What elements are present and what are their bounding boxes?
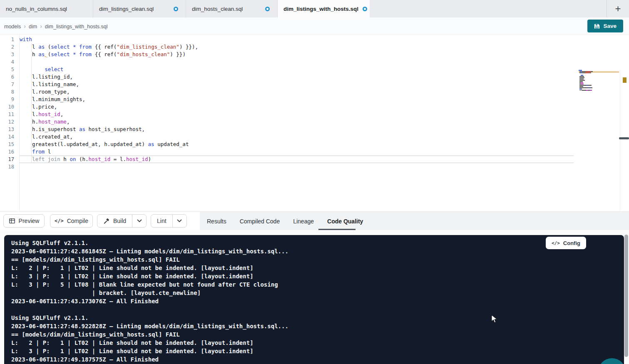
minimap-segment	[590, 72, 591, 73]
plus-icon: +	[615, 3, 621, 15]
code-token: h	[20, 51, 38, 57]
code-line[interactable]: l.room_type,	[20, 88, 579, 96]
code-line[interactable]: l.created_at,	[20, 133, 579, 141]
minimap-row	[579, 87, 609, 88]
code-token: l.	[20, 111, 38, 117]
line-number: 1	[0, 36, 19, 43]
compile-button[interactable]: </> Compile	[50, 214, 93, 228]
code-line[interactable]: l.listing_id,	[20, 73, 579, 81]
unsaved-changes-dot-icon	[363, 7, 367, 11]
minimap-segment	[579, 70, 582, 71]
minimap-row	[579, 76, 609, 77]
minimap-segment	[581, 89, 582, 89]
breadcrumb-bar: models›dim›dim_listings_with_hosts.sql S…	[0, 17, 629, 35]
lint-output-log: Using SQLFluff v2.1.1. 2023-06-06T11:27:…	[4, 235, 624, 364]
file-tab-bar: no_nulls_in_columns.sqldim_listings_clea…	[0, 0, 629, 17]
code-token: as	[38, 51, 45, 57]
minimap-segment	[581, 84, 584, 84]
minimap[interactable]	[579, 70, 609, 95]
code-line[interactable]	[20, 163, 579, 171]
code-token	[70, 51, 73, 57]
code-line[interactable]: with	[20, 36, 579, 43]
file-tab-label: dim_listings_with_hosts.sql	[283, 6, 358, 12]
code-line[interactable]: l.price,	[20, 103, 579, 111]
file-tab-dim_listings_with_hosts.sql[interactable]: dim_listings_with_hosts.sql	[278, 0, 370, 17]
code-line[interactable]: l.host_id,	[20, 111, 579, 118]
code-token	[76, 44, 80, 50]
line-number: 18	[0, 163, 19, 171]
code-token: "dim_hosts_clean"	[117, 51, 170, 57]
new-tab-button[interactable]: +	[607, 0, 629, 17]
file-tab-dim_listings_clean.sql[interactable]: dim_listings_clean.sql	[93, 0, 186, 17]
file-tab-dim_hosts_clean.sql[interactable]: dim_hosts_clean.sql	[186, 0, 278, 17]
code-token: l.listing_name,	[20, 81, 79, 87]
lint-config-button[interactable]: </> Config	[546, 237, 586, 249]
build-split-button: Build	[97, 214, 147, 228]
result-tab-lineage[interactable]: Lineage	[293, 218, 314, 225]
code-token: h.	[20, 119, 38, 125]
code-line[interactable]: l.listing_name,	[20, 81, 579, 88]
code-line[interactable]: l.minimum_nights,	[20, 96, 579, 103]
line-number: 7	[0, 81, 19, 88]
code-area[interactable]: with l as (select * from {{ ref("dim_lis…	[20, 35, 579, 171]
code-token: updated_at	[154, 141, 189, 147]
code-token	[20, 149, 32, 155]
code-line[interactable]: h.is_superhost as host_is_superhost,	[20, 126, 579, 133]
save-button[interactable]: Save	[587, 20, 623, 32]
code-token: l.minimum_nights,	[20, 96, 85, 102]
breadcrumb-item[interactable]: models	[4, 24, 21, 30]
build-dropdown-toggle[interactable]	[132, 215, 146, 227]
preview-button[interactable]: Preview	[3, 214, 45, 228]
code-token: host_id	[126, 156, 148, 162]
terminal-scrollbar-thumb[interactable]	[624, 235, 628, 357]
minimap-segment	[581, 75, 583, 76]
code-line[interactable]: from l	[20, 148, 579, 156]
code-token: from	[79, 44, 92, 50]
code-token: *	[73, 51, 76, 57]
file-tab-no_nulls_in_columns.sql[interactable]: no_nulls_in_columns.sql	[0, 0, 93, 17]
code-token: ,	[60, 111, 64, 117]
line-number: 17	[0, 156, 19, 163]
lint-warning-marker[interactable]	[623, 77, 627, 83]
code-token: )	[148, 156, 152, 162]
code-line[interactable]	[20, 58, 579, 66]
editor-scrollbar-thumb[interactable]	[619, 137, 629, 139]
result-tab-code-quality[interactable]: Code Quality	[327, 218, 363, 225]
line-number: 3	[0, 51, 19, 58]
code-line[interactable]: left join h on (h.host_id = l.host_id)	[20, 156, 579, 163]
breadcrumb-item[interactable]: dim	[29, 24, 37, 30]
action-toolbar: Preview </> Compile Build	[0, 211, 629, 230]
result-tab-results[interactable]: Results	[207, 218, 226, 225]
minimap-row	[579, 80, 609, 81]
file-tab-label: dim_listings_clean.sql	[99, 6, 154, 12]
code-line[interactable]: h.host_name,	[20, 118, 579, 126]
chevron-right-icon: ›	[40, 23, 42, 30]
code-token: host_is_superhost,	[85, 126, 145, 132]
floppy-disk-icon	[594, 23, 600, 29]
code-token: select	[51, 44, 70, 50]
code-line[interactable]: greatest(l.updated_at, h.updated_at) as …	[20, 141, 579, 148]
build-button[interactable]: Build	[97, 215, 132, 227]
code-line[interactable]: h as (select * from {{ ref("dim_hosts_cl…	[20, 51, 579, 58]
code-token: select	[51, 51, 70, 57]
compile-button-label: Compile	[67, 218, 88, 224]
result-tab-compiled-code[interactable]: Compiled Code	[240, 218, 280, 225]
code-line[interactable]: select	[20, 66, 579, 73]
terminal-panel: Using SQLFluff v2.1.1. 2023-06-06T11:27:…	[4, 235, 624, 364]
unsaved-changes-dot-icon	[174, 7, 178, 11]
lint-button[interactable]: Lint	[151, 215, 172, 227]
code-token: *	[73, 44, 76, 50]
file-tab-label: no_nulls_in_columns.sql	[6, 6, 67, 12]
minimap-row	[579, 85, 609, 86]
minimap-row	[579, 79, 609, 79]
code-token: l	[20, 44, 38, 50]
minimap-segment	[581, 82, 583, 83]
line-number: 10	[0, 103, 19, 111]
code-editor[interactable]: 123456789101112131415161718 with l as (s…	[0, 35, 629, 211]
code-token	[76, 51, 80, 57]
line-number: 16	[0, 148, 19, 156]
code-line[interactable]: l as (select * from {{ ref("dim_listings…	[20, 43, 579, 51]
lint-dropdown-toggle[interactable]	[172, 215, 186, 227]
lint-button-label: Lint	[157, 218, 167, 224]
breadcrumb-item[interactable]: dim_listings_with_hosts.sql	[45, 24, 108, 30]
